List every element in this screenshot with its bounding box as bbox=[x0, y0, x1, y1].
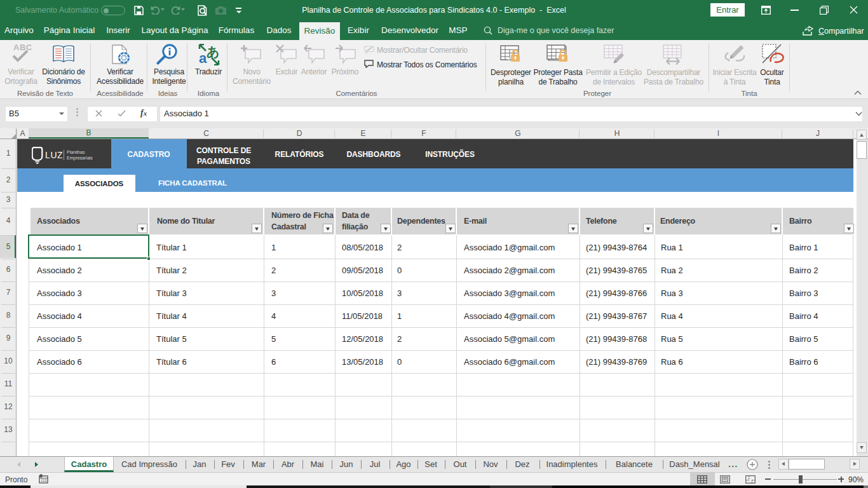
svg-text:a: a bbox=[199, 50, 207, 65]
svg-text:あ: あ bbox=[207, 44, 219, 59]
